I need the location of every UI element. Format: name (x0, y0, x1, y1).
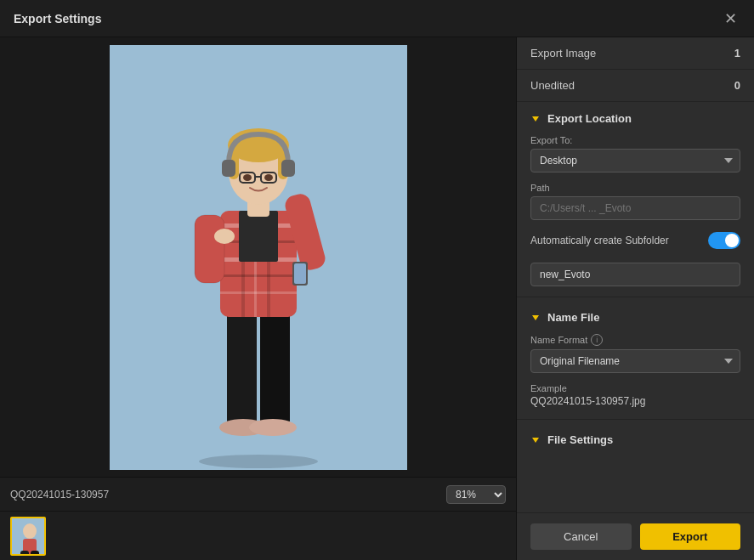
export-image-value: 1 (734, 47, 740, 59)
name-format-select[interactable]: Original Filename Custom Name Date (530, 349, 740, 373)
svg-rect-32 (294, 263, 306, 284)
path-input[interactable] (530, 196, 740, 220)
export-location-header[interactable]: Export Location (517, 102, 754, 132)
export-to-select[interactable]: Desktop Choose Folder Documents Pictures (530, 149, 740, 173)
svg-marker-39 (532, 116, 539, 122)
title-bar: Export Settings ✕ (0, 0, 754, 37)
file-settings-title: File Settings (547, 433, 613, 446)
close-icon: ✕ (724, 9, 737, 28)
svg-rect-2 (227, 308, 257, 427)
svg-rect-24 (222, 160, 235, 177)
image-area (0, 37, 516, 477)
thumbnail-preview (12, 518, 46, 556)
left-panel: QQ20241015-130957 81% 50% 75% 100% 125% (0, 37, 516, 560)
chevron-icon-2 (530, 313, 541, 323)
unedited-value: 0 (734, 79, 740, 92)
svg-rect-16 (195, 215, 224, 283)
svg-rect-15 (239, 211, 278, 262)
subfolder-input[interactable] (530, 263, 740, 286)
svg-point-30 (264, 174, 273, 181)
export-location-chevron (530, 114, 541, 124)
path-label: Path (530, 183, 740, 193)
svg-point-35 (23, 523, 37, 539)
export-to-label: Export To: (530, 135, 740, 145)
svg-rect-10 (220, 274, 297, 277)
preview-image (110, 45, 407, 470)
example-section: Example QQ20241015-130957.jpg (517, 380, 754, 416)
export-settings-dialog: Export Settings ✕ (0, 0, 754, 560)
name-format-group: Name Format i Original Filename Custom N… (517, 331, 754, 380)
name-file-chevron (530, 313, 541, 323)
close-button[interactable]: ✕ (720, 8, 740, 29)
file-settings-chevron (530, 435, 541, 445)
name-file-title: Name File (547, 311, 599, 324)
svg-marker-40 (532, 315, 539, 320)
export-to-group: Export To: Desktop Choose Folder Documen… (517, 132, 754, 179)
auto-subfolder-toggle[interactable] (708, 232, 740, 249)
image-filename: QQ20241015-130957 (10, 489, 109, 501)
auto-subfolder-row: Automatically create Subfolder (517, 227, 754, 254)
name-format-info-icon[interactable]: i (591, 334, 603, 346)
zoom-select[interactable]: 81% 50% 75% 100% 125% (446, 485, 506, 504)
svg-rect-25 (281, 160, 295, 177)
dialog-title: Export Settings (14, 12, 101, 25)
button-row: Cancel Export (517, 512, 754, 560)
svg-rect-3 (260, 308, 290, 427)
file-settings-header[interactable]: File Settings (517, 423, 754, 453)
unedited-row: Unedited 0 (517, 70, 754, 102)
svg-rect-11 (220, 291, 297, 294)
example-label: Example (530, 383, 740, 393)
svg-rect-38 (31, 551, 39, 556)
export-image-label: Export Image (530, 47, 596, 59)
image-bottom-bar: QQ20241015-130957 81% 50% 75% 100% 125% (0, 477, 516, 511)
cancel-button[interactable]: Cancel (530, 523, 632, 550)
chevron-icon-3 (530, 435, 541, 445)
thumbnail-strip (0, 511, 516, 560)
auto-subfolder-label: Automatically create Subfolder (530, 235, 669, 246)
svg-rect-37 (20, 551, 29, 556)
divider-1 (517, 297, 754, 297)
unedited-label: Unedited (530, 79, 575, 92)
svg-marker-41 (532, 438, 539, 443)
export-location-title: Export Location (547, 112, 632, 125)
svg-point-5 (249, 419, 297, 436)
name-format-label: Name Format i (530, 334, 740, 346)
path-group: Path (517, 179, 754, 227)
name-file-header[interactable]: Name File (517, 301, 754, 331)
export-button[interactable]: Export (640, 523, 741, 550)
svg-point-33 (214, 229, 235, 244)
spacer (517, 453, 754, 512)
thumbnail-item[interactable] (10, 517, 46, 556)
svg-point-1 (199, 455, 318, 468)
example-value: QQ20241015-130957.jpg (530, 395, 740, 407)
divider-2 (517, 419, 754, 420)
chevron-icon (530, 114, 541, 124)
export-image-row: Export Image 1 (517, 37, 754, 70)
svg-point-29 (243, 174, 252, 181)
right-panel: Export Image 1 Unedited 0 Export Locatio… (516, 37, 754, 560)
main-content: QQ20241015-130957 81% 50% 75% 100% 125% (0, 37, 754, 560)
subfolder-name-group (517, 259, 754, 293)
